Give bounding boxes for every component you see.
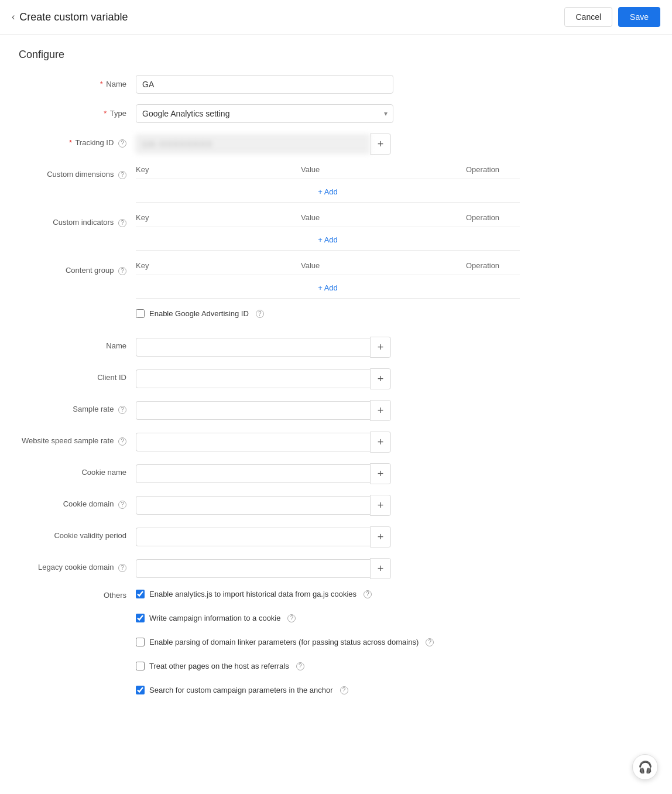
others-check4-label: Treat other pages on the host as referra… [149, 662, 289, 670]
col-key-ind: Key [136, 213, 296, 222]
custom-indicators-help-icon[interactable]: ? [118, 219, 126, 227]
cookie-validity-row: Cookie validity period + [19, 526, 520, 547]
type-select-wrapper: Google Analytics setting ▾ [136, 104, 393, 123]
cookie-name-input[interactable] [136, 464, 370, 483]
website-speed-row: Website speed sample rate ? + [19, 432, 520, 453]
col-key-cg: Key [136, 261, 296, 270]
client-id-plus-button[interactable]: + [370, 368, 391, 389]
cookie-name-input-group: + [136, 463, 520, 484]
legacy-cookie-plus-button[interactable]: + [370, 558, 391, 579]
custom-indicators-row: Custom indicators ? Key Value Operation … [19, 213, 520, 251]
top-bar-left: ‹ Create custom variable [12, 11, 128, 23]
type-label: * Type [19, 104, 136, 118]
legacy-cookie-help-icon[interactable]: ? [118, 564, 126, 572]
enable-adv-checkbox[interactable] [136, 309, 145, 318]
others-check5[interactable] [136, 686, 145, 694]
others-check2-row: Write campaign information to a cookie ? [136, 614, 520, 622]
others-check5-label: Search for custom campaign parameters in… [149, 686, 333, 694]
legacy-cookie-label: Legacy cookie domain ? [19, 558, 136, 572]
enable-adv-checkbox-row: Enable Google Advertising ID ? [136, 309, 264, 318]
legacy-cookie-row: Legacy cookie domain ? + [19, 558, 520, 579]
custom-dimensions-help-icon[interactable]: ? [118, 171, 126, 179]
sample-rate-plus-button[interactable]: + [370, 400, 391, 421]
website-speed-plus-button[interactable]: + [370, 432, 391, 453]
content-group-control: Key Value Operation + Add [136, 261, 520, 299]
cookie-validity-input[interactable] [136, 528, 370, 546]
content-group-help-icon[interactable]: ? [118, 267, 126, 275]
name-label: * Name [19, 75, 136, 88]
others-check4[interactable] [136, 662, 145, 670]
custom-indicators-control: Key Value Operation + Add [136, 213, 520, 251]
custom-dimensions-header: Key Value Operation [136, 165, 520, 179]
others-check2-help-icon[interactable]: ? [287, 614, 296, 622]
name-required: * [100, 80, 103, 88]
content-group-table: Key Value Operation + Add [136, 261, 520, 299]
others-control: Enable analytics.js to import historical… [136, 590, 520, 703]
others-check1[interactable] [136, 590, 145, 598]
others-check3[interactable] [136, 638, 145, 646]
client-id-label: Client ID [19, 368, 136, 382]
name2-plus-button[interactable]: + [370, 337, 391, 358]
others-check3-help-icon[interactable]: ? [426, 638, 434, 646]
add-indicator-button[interactable]: + Add [136, 230, 520, 251]
custom-indicators-table: Key Value Operation + Add [136, 213, 520, 251]
col-op-dim: Operation [461, 165, 520, 174]
cookie-name-row: Cookie name + [19, 463, 520, 484]
enable-adv-label-spacer [19, 309, 136, 314]
main-content: Configure * Name * Type Google Analytics… [0, 35, 539, 748]
others-check1-help-icon[interactable]: ? [364, 590, 372, 598]
tracking-id-plus-button[interactable]: + [370, 134, 391, 155]
legacy-cookie-input[interactable] [136, 559, 370, 578]
back-button[interactable]: ‹ [12, 12, 15, 22]
others-check5-help-icon[interactable]: ? [340, 686, 348, 694]
name-input[interactable] [136, 75, 393, 94]
cookie-domain-row: Cookie domain ? + [19, 495, 520, 516]
cookie-domain-input[interactable] [136, 496, 370, 515]
website-speed-control: + [136, 432, 520, 453]
content-group-row: Content group ? Key Value Operation + Ad… [19, 261, 520, 299]
save-button[interactable]: Save [618, 7, 660, 27]
col-op-ind: Operation [461, 213, 520, 222]
name2-label: Name [19, 337, 136, 350]
custom-dimensions-table: Key Value Operation + Add [136, 165, 520, 203]
cookie-domain-input-group: + [136, 495, 520, 516]
others-check2[interactable] [136, 614, 145, 622]
website-speed-help-icon[interactable]: ? [118, 437, 126, 446]
sample-rate-input-group: + [136, 400, 520, 421]
cookie-validity-plus-button[interactable]: + [370, 526, 391, 547]
add-content-group-button[interactable]: + Add [136, 278, 520, 299]
others-label: Others [19, 590, 136, 600]
name2-input[interactable] [136, 338, 370, 357]
tracking-id-input-group: + [136, 134, 393, 155]
others-check1-row: Enable analytics.js to import historical… [136, 590, 520, 598]
cancel-button[interactable]: Cancel [564, 7, 612, 27]
name2-row: Name + [19, 337, 520, 358]
cookie-domain-help-icon[interactable]: ? [118, 501, 126, 509]
tracking-id-required: * [69, 138, 72, 147]
col-key-dim: Key [136, 165, 296, 174]
sample-rate-label: Sample rate ? [19, 400, 136, 414]
tracking-id-help-icon[interactable]: ? [118, 139, 126, 148]
name-control [136, 75, 520, 94]
cookie-name-plus-button[interactable]: + [370, 463, 391, 484]
sample-rate-control: + [136, 400, 520, 421]
enable-adv-help-icon[interactable]: ? [256, 310, 264, 318]
col-value-dim: Value [296, 165, 461, 174]
sample-rate-row: Sample rate ? + [19, 400, 520, 421]
client-id-input[interactable] [136, 369, 370, 388]
type-select[interactable]: Google Analytics setting [136, 104, 393, 123]
col-value-cg: Value [296, 261, 461, 270]
cookie-domain-plus-button[interactable]: + [370, 495, 391, 516]
enable-adv-row: Enable Google Advertising ID ? [19, 309, 520, 326]
add-dimension-button[interactable]: + Add [136, 182, 520, 203]
sample-rate-input[interactable] [136, 401, 370, 420]
top-bar-actions: Cancel Save [564, 7, 660, 27]
tracking-id-input[interactable] [136, 135, 370, 153]
custom-dimensions-control: Key Value Operation + Add [136, 165, 520, 203]
others-check5-row: Search for custom campaign parameters in… [136, 686, 520, 694]
sample-rate-help-icon[interactable]: ? [118, 406, 126, 414]
others-check3-row: Enable parsing of domain linker paramete… [136, 638, 520, 646]
others-check4-help-icon[interactable]: ? [296, 662, 304, 670]
website-speed-input[interactable] [136, 433, 370, 451]
website-speed-label: Website speed sample rate ? [19, 432, 136, 446]
